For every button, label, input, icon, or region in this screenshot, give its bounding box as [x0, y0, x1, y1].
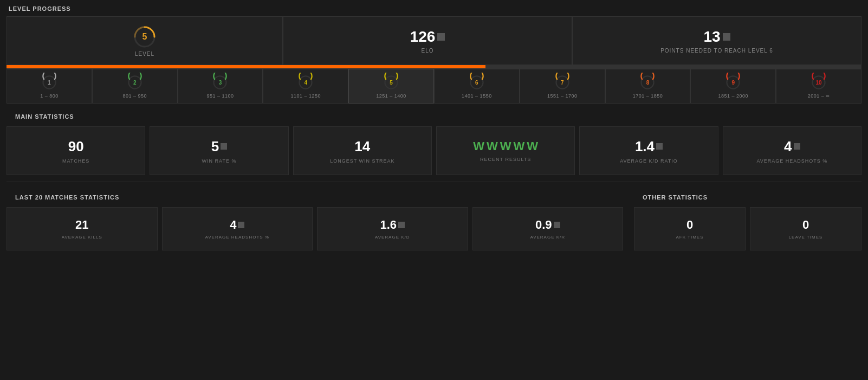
tier-number-10: 10	[816, 80, 822, 86]
tier-number-7: 7	[561, 80, 564, 86]
tier-number-1: 1	[48, 80, 51, 86]
stat-icon-5	[794, 143, 800, 150]
last-20-title: LAST 20 MATCHES STATISTICS	[7, 189, 623, 205]
tier-item-1: 1 1 – 800	[7, 69, 92, 104]
tier-badge-8: 8	[639, 74, 656, 91]
last20-stat-label-3: AVERAGE K/R	[530, 235, 565, 240]
tier-badge-9: 9	[724, 74, 742, 91]
tier-range-9: 1851 – 2000	[718, 93, 748, 99]
stat-label-4: AVERAGE K/D RATIO	[620, 158, 678, 164]
progress-bar-track	[7, 65, 861, 68]
stat-label-2: LONGEST WIN STREAK	[330, 158, 394, 164]
tier-item-9: 9 1851 – 2000	[690, 69, 776, 104]
last20-stat-card-2: 1.6 AVERAGE K/D	[317, 207, 468, 250]
tier-range-10: 2001 – ∞	[808, 93, 830, 99]
tier-number-5: 5	[390, 80, 393, 86]
tier-range-4: 1101 – 1250	[291, 93, 321, 99]
main-stat-card-3: WWWWW RECENT RESULTS	[436, 126, 575, 175]
recent-results-value: WWWWW	[473, 139, 538, 153]
stat-value-5: 4	[784, 138, 800, 155]
tier-badge-10: 10	[810, 74, 827, 91]
tier-number-6: 6	[475, 80, 478, 86]
main-stat-card-2: 14 LONGEST WIN STREAK	[293, 126, 432, 175]
elo-value-row: 126	[410, 28, 445, 46]
stat-value-4: 1.4	[635, 138, 663, 155]
last20-stat-value-3: 0.9	[535, 218, 560, 232]
tier-number-4: 4	[305, 80, 308, 86]
result-W: W	[473, 139, 484, 153]
last-20-section: LAST 20 MATCHES STATISTICS 21 AVERAGE KI…	[7, 189, 623, 250]
points-copy-icon[interactable]	[723, 33, 730, 41]
tier-range-7: 1551 – 1700	[547, 93, 578, 99]
result-W: W	[500, 139, 511, 153]
points-needed-label: POINTS NEEDED TO REACH LEVEL 6	[660, 48, 773, 54]
last20-stat-value-0: 21	[75, 218, 88, 232]
tier-item-4: 4 1101 – 1250	[263, 69, 348, 104]
last-20-stats-row: 21 AVERAGE KILLS 4 AVERAGE HEADSHOTS % 1…	[7, 207, 623, 250]
main-statistics-title: MAIN STATISTICS	[7, 108, 861, 124]
stat-value-0: 90	[68, 138, 84, 155]
tier-range-6: 1401 – 1550	[462, 93, 492, 99]
level-number: 5	[142, 32, 147, 42]
last20-stat-label-0: AVERAGE KILLS	[62, 235, 102, 240]
stat-icon-1	[221, 143, 227, 150]
tier-number-3: 3	[219, 80, 222, 86]
last20-icon-2	[398, 222, 405, 228]
tier-badge-1: 1	[41, 74, 58, 91]
level-tiers-row: 1 1 – 800 2 801 – 950 3 951 – 1100	[7, 68, 861, 104]
main-stat-card-0: 90 MATCHES	[7, 126, 145, 175]
other-stat-card-0: 0 AFK TIMES	[634, 207, 746, 250]
points-needed-value-row: 13	[703, 28, 730, 46]
elo-value: 126	[410, 28, 436, 46]
tier-badge-3: 3	[211, 74, 229, 91]
last20-stat-label-1: AVERAGE HEADSHOTS %	[205, 235, 269, 240]
tier-item-2: 2 801 – 950	[92, 69, 178, 104]
main-stat-card-4: 1.4 AVERAGE K/D RATIO	[579, 126, 718, 175]
main-statistics-section: MAIN STATISTICS 90 MATCHES 5 WIN RATE % …	[0, 108, 868, 175]
other-statistics-section: OTHER STATISTICS 0 AFK TIMES 0 LEAVE TIM…	[634, 189, 861, 250]
section-divider	[7, 182, 861, 182]
other-stat-card-1: 0 LEAVE TIMES	[750, 207, 861, 250]
tier-number-8: 8	[646, 80, 650, 86]
tier-item-5: 5 1251 – 1400	[348, 69, 434, 104]
other-stat-value-0: 0	[686, 218, 693, 232]
stat-label-1: WIN RATE %	[202, 158, 237, 164]
tier-item-7: 7 1551 – 1700	[520, 69, 605, 104]
other-stat-label-0: AFK TIMES	[676, 235, 703, 240]
stat-value-1: 5	[211, 138, 227, 155]
other-statistics-title: OTHER STATISTICS	[634, 189, 861, 205]
tier-badge-4: 4	[297, 74, 314, 91]
tier-range-8: 1701 – 1850	[633, 93, 663, 99]
bottom-section: LAST 20 MATCHES STATISTICS 21 AVERAGE KI…	[0, 189, 868, 250]
last20-stat-value-1: 4	[230, 218, 244, 232]
tier-item-6: 6 1401 – 1550	[434, 69, 520, 104]
last20-stat-value-2: 1.6	[380, 218, 405, 232]
other-stats-row: 0 AFK TIMES 0 LEAVE TIMES	[634, 207, 861, 250]
points-needed-card: 13 POINTS NEEDED TO REACH LEVEL 6	[572, 16, 861, 65]
progress-bar-fill	[7, 65, 485, 68]
tier-item-3: 3 951 – 1100	[178, 69, 263, 104]
main-stats-cards-row: 90 MATCHES 5 WIN RATE % 14 LONGEST WIN S…	[7, 126, 861, 175]
tier-badge-7: 7	[554, 74, 571, 91]
tier-number-2: 2	[133, 80, 137, 86]
tier-range-3: 951 – 1100	[206, 93, 234, 99]
main-stat-card-1: 5 WIN RATE %	[150, 126, 288, 175]
level-progress-title: LEVEL PROGRESS	[0, 0, 868, 16]
tier-badge-5: 5	[383, 74, 400, 91]
stat-label-3: RECENT RESULTS	[480, 157, 531, 162]
tier-badge-6: 6	[468, 74, 485, 91]
progress-bar-section	[7, 65, 861, 68]
other-stat-label-1: LEAVE TIMES	[789, 235, 823, 240]
tier-range-5: 1251 – 1400	[376, 93, 406, 99]
result-W: W	[527, 139, 538, 153]
last20-icon-3	[554, 222, 560, 228]
level-card: 5 LEVEL	[7, 16, 283, 65]
last20-icon-1	[238, 222, 244, 228]
elo-label: ELO	[421, 48, 433, 54]
stat-value-2: 14	[354, 138, 370, 155]
level-badge: 5	[133, 25, 157, 49]
tier-item-10: 10 2001 – ∞	[776, 69, 861, 104]
points-needed-value: 13	[703, 28, 720, 46]
copy-icon[interactable]	[437, 33, 445, 41]
result-W: W	[487, 139, 498, 153]
